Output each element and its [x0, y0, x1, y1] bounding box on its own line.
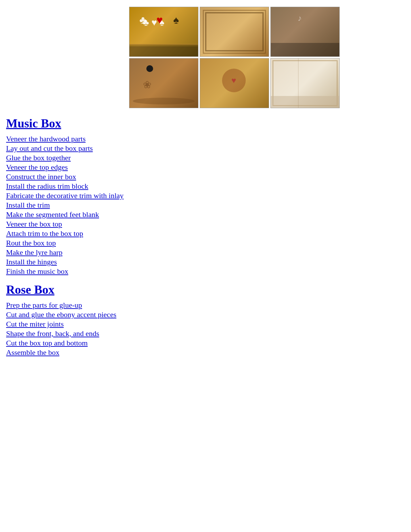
image-row-1: ♣ ♥ ♠ ♪	[129, 7, 340, 57]
list-item: Veneer the hardwood parts	[6, 135, 408, 143]
link-assemble-box[interactable]: Assemble the box	[6, 348, 59, 357]
link-prep-parts[interactable]: Prep the parts for glue-up	[6, 301, 82, 309]
list-item: Install the trim	[6, 201, 408, 210]
link-box-top-bottom[interactable]: Cut the box top and bottom	[6, 339, 88, 347]
link-miter-joints[interactable]: Cut the miter joints	[6, 320, 64, 328]
list-item: Make the lyre harp	[6, 248, 408, 257]
list-item: Make the segmented feet blank	[6, 210, 408, 219]
link-rout-box-top[interactable]: Rout the box top	[6, 239, 56, 247]
list-item: Cut the miter joints	[6, 320, 408, 329]
link-shape-front-back[interactable]: Shape the front, back, and ends	[6, 329, 99, 338]
list-item: Install the radius trim block	[6, 182, 408, 191]
list-item: Prep the parts for glue-up	[6, 301, 408, 310]
rose-box-section: Rose Box Prep the parts for glue-up Cut …	[6, 283, 408, 357]
box-image-3: ♪	[270, 7, 340, 57]
box-image-5: ♥	[200, 58, 269, 108]
link-radius-trim[interactable]: Install the radius trim block	[6, 182, 88, 190]
list-item: Cut the box top and bottom	[6, 339, 408, 347]
image-row-2: ❀ ♥	[129, 58, 340, 108]
rose-box-link-list: Prep the parts for glue-up Cut and glue …	[6, 301, 408, 357]
link-install-hinges[interactable]: Install the hinges	[6, 258, 57, 266]
list-item: Veneer the box top	[6, 220, 408, 228]
list-item: Cut and glue the ebony accent pieces	[6, 310, 408, 319]
list-item: Rout the box top	[6, 239, 408, 247]
list-item: Shape the front, back, and ends	[6, 329, 408, 338]
list-item: Assemble the box	[6, 348, 408, 357]
link-lyre-harp[interactable]: Make the lyre harp	[6, 248, 63, 257]
link-lay-out-cut[interactable]: Lay out and cut the box parts	[6, 144, 93, 152]
list-item: Glue the box together	[6, 153, 408, 162]
list-item: Fabricate the decorative trim with inlay	[6, 191, 408, 200]
link-attach-trim[interactable]: Attach trim to the box top	[6, 229, 83, 238]
list-item: Finish the music box	[6, 267, 408, 276]
list-item: Lay out and cut the box parts	[6, 144, 408, 153]
link-veneer-box-top[interactable]: Veneer the box top	[6, 220, 62, 228]
link-segmented-feet[interactable]: Make the segmented feet blank	[6, 210, 99, 219]
link-finish-music-box[interactable]: Finish the music box	[6, 267, 68, 275]
music-box-section: Music Box Veneer the hardwood parts Lay …	[6, 116, 408, 276]
link-construct-inner[interactable]: Construct the inner box	[6, 172, 76, 181]
link-decorative-trim[interactable]: Fabricate the decorative trim with inlay	[6, 191, 124, 200]
link-veneer-hardwood[interactable]: Veneer the hardwood parts	[6, 135, 86, 143]
link-ebony-accent[interactable]: Cut and glue the ebony accent pieces	[6, 310, 116, 319]
rose-box-title[interactable]: Rose Box	[6, 283, 408, 297]
list-item: Construct the inner box	[6, 172, 408, 181]
box-image-4: ❀	[129, 58, 198, 108]
link-install-trim[interactable]: Install the trim	[6, 201, 50, 209]
box-image-2	[200, 7, 269, 57]
music-box-title[interactable]: Music Box	[6, 116, 408, 130]
box-image-1: ♣ ♥ ♠	[129, 7, 198, 57]
image-gallery: ♣ ♥ ♠ ♪ ❀ ♥	[3, 7, 408, 108]
music-box-link-list: Veneer the hardwood parts Lay out and cu…	[6, 135, 408, 276]
list-item: Attach trim to the box top	[6, 229, 408, 238]
link-glue-box[interactable]: Glue the box together	[6, 153, 71, 162]
list-item: Install the hinges	[6, 258, 408, 266]
box-image-6	[270, 58, 340, 108]
list-item: Veneer the top edges	[6, 163, 408, 172]
link-veneer-top-edges[interactable]: Veneer the top edges	[6, 163, 68, 171]
content-area: Music Box Veneer the hardwood parts Lay …	[3, 116, 408, 357]
